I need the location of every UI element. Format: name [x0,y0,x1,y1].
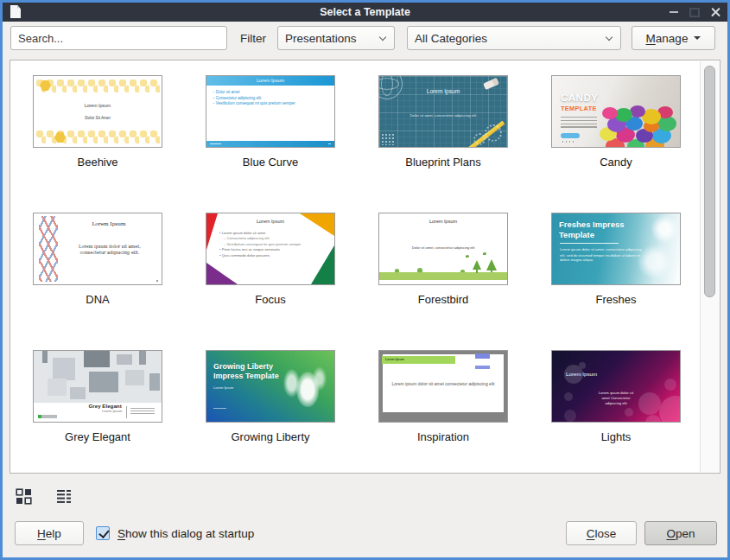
bush-shape [460,270,465,273]
template-thumbnail-grey-elegant[interactable]: Grey Elegant Lorem Ipsum [33,350,162,423]
template-thumbnail-growing-liberty[interactable]: Growing Liberty Impress Template Lorem I… [206,350,335,423]
bird-shape [466,255,469,258]
close-button[interactable]: Close [566,521,637,545]
list-view-icon[interactable] [56,488,73,505]
footer-mark [213,408,226,410]
template-name: Focus [184,293,357,306]
honeycomb-band [35,80,160,92]
divider-rule [560,243,619,244]
chevron-down-icon [379,35,387,42]
template-thumbnail-inspiration[interactable]: Lorem Ipsum Lorem ipsum dolor sit amet c… [378,350,508,423]
slide-subtitle: Dolor sit amet, consectetur adipiscing e… [393,245,492,249]
slide-subtitle: TEMPLATE [561,105,597,111]
template-grid: Lorem Ipsum Dolor Sit Amet Beehive Lorem… [11,60,702,474]
mosaic-rect [84,351,110,367]
gear-shape [485,124,502,142]
template-item-growing-liberty[interactable]: Growing Liberty Impress Template Lorem I… [184,350,357,474]
slide-title: Grey Elegant [89,403,122,409]
search-input[interactable] [10,26,227,50]
scrollbar-track[interactable] [700,61,719,472]
template-item-focus[interactable]: Lorem Ipsum Lorem ipsum dolor sit amet C… [184,213,357,350]
template-list-panel: Lorem Ipsum Dolor Sit Amet Beehive Lorem… [10,60,720,474]
slide-title: Freshes Impress Template [559,220,652,240]
tree-shape [473,260,481,270]
thumbnail-view-icon[interactable] [16,488,32,505]
select-template-dialog: Select a Template Filter Presentations A… [0,0,730,560]
minimize-icon[interactable] [670,11,678,13]
green-title-bar: Lorem Ipsum [382,356,455,364]
grass-band [379,272,507,280]
template-name: Forestbird [357,293,530,306]
startup-option: Show this dialog at startup [96,521,254,545]
template-item-forestbird[interactable]: Lorem Ipsum Dolor sit amet, consectetur … [357,213,530,350]
titlebar: Select a Template [3,3,727,22]
dropdown-arrow-icon [694,36,701,40]
mosaic-rect [149,373,160,391]
slide-title: Lorem Ipsum [385,358,404,361]
template-thumbnail-dna[interactable]: Lorem Ipsum Lorem ipsum dolor sit amet, … [33,213,162,285]
template-name: Freshes [530,293,702,306]
template-thumbnail-forestbird[interactable]: Lorem Ipsum Dolor sit amet, consectetur … [378,213,508,285]
template-name: Grey Elegant [11,430,184,443]
slide-title: Lorem Ipsum [566,371,597,377]
slide-body: Lorem ipsum dolor sit amet, consectetur … [78,244,143,256]
slide-title: Lorem Ipsum [378,219,508,224]
template-thumbnail-freshes[interactable]: Freshes Impress Template Lorem ipsum dol… [551,213,681,285]
bush-shape [417,268,422,272]
slide-body: Lorem ipsum dolor sit amet Consectetur a… [594,391,638,406]
slide-title: CANDY [561,92,598,103]
tree-shape [486,259,497,270]
template-item-freshes[interactable]: Freshes Impress Template Lorem ipsum dol… [530,213,702,350]
slide-body: Lorem ipsum dolor sit amet, consectetur … [560,247,644,263]
template-item-dna[interactable]: Lorem Ipsum Lorem ipsum dolor sit amet, … [11,213,184,350]
slide-title: Lorem Ipsum [206,78,335,83]
template-thumbnail-lights[interactable]: Lorem Ipsum Lorem ipsum dolor sit amet C… [551,350,681,423]
template-item-lights[interactable]: Lorem Ipsum Lorem ipsum dolor sit amet C… [530,350,702,474]
type-dropdown[interactable]: Presentations [277,26,395,50]
template-item-candy[interactable]: CANDY TEMPLATE Candy [530,75,702,213]
dna-helix [39,216,58,282]
dot-pattern [381,133,395,145]
manage-button[interactable]: Manage [632,26,715,50]
bird-shape [483,252,486,255]
template-thumbnail-beehive[interactable]: Lorem Ipsum Dolor Sit Amet [33,75,162,148]
slide-title: Growing Liberty Impress Template [213,362,295,382]
startup-checkbox[interactable] [96,526,110,540]
divider-rule [126,406,127,418]
template-item-beehive[interactable]: Lorem Ipsum Dolor Sit Amet Beehive [11,75,184,213]
scrollbar-thumb[interactable] [704,66,715,297]
chevron-down-icon [606,35,613,42]
template-item-grey-elegant[interactable]: Grey Elegant Lorem Ipsum Grey Elegant [11,350,184,474]
slide-subtitle: Dolor sit amet, consectetur adipiscing e… [391,113,496,118]
help-button[interactable]: Help [15,521,84,545]
template-name: DNA [11,293,184,306]
slide-bullets: Lorem ipsum dolor sit amet Consectetur a… [219,230,328,258]
slide-title: Lorem Ipsum [378,88,508,94]
open-button[interactable]: Open [644,521,717,545]
maximize-icon[interactable] [689,8,700,17]
template-thumbnail-focus[interactable]: Lorem Ipsum Lorem ipsum dolor sit amet C… [206,213,335,285]
category-dropdown[interactable]: All Categories [407,26,621,50]
mosaic-rect [48,379,67,396]
mosaic-rect [70,387,86,399]
template-name: Candy [530,156,702,169]
filter-label: Filter [240,32,266,45]
dialog-action-buttons: Close Open [566,521,717,545]
template-item-blue-curve[interactable]: Lorem Ipsum Dolor sit amet Consectetur a… [184,75,357,213]
template-name: Blueprint Plans [357,156,530,169]
template-item-blueprint-plans[interactable]: Lorem Ipsum Dolor sit amet, consectetur … [357,75,530,213]
slide-subtitle: Lorem Ipsum [102,409,122,412]
template-item-inspiration[interactable]: Lorem Ipsum Lorem ipsum dolor sit amet c… [357,350,530,474]
startup-checkbox-label[interactable]: Show this dialog at startup [117,527,254,540]
page-number-mark [156,280,158,283]
dots-row [562,141,576,143]
template-thumbnail-blueprint-plans[interactable]: Lorem Ipsum Dolor sit amet, consectetur … [378,75,508,148]
libreoffice-logo [38,415,57,418]
template-thumbnail-blue-curve[interactable]: Lorem Ipsum Dolor sit amet Consectetur a… [206,75,335,148]
mosaic-rect [117,354,132,365]
slide-title: Lorem Ipsum [206,219,335,224]
template-thumbnail-candy[interactable]: CANDY TEMPLATE [551,75,681,148]
view-toggle-group [16,488,73,505]
mosaic-rect [139,351,146,365]
close-icon[interactable] [711,8,720,17]
